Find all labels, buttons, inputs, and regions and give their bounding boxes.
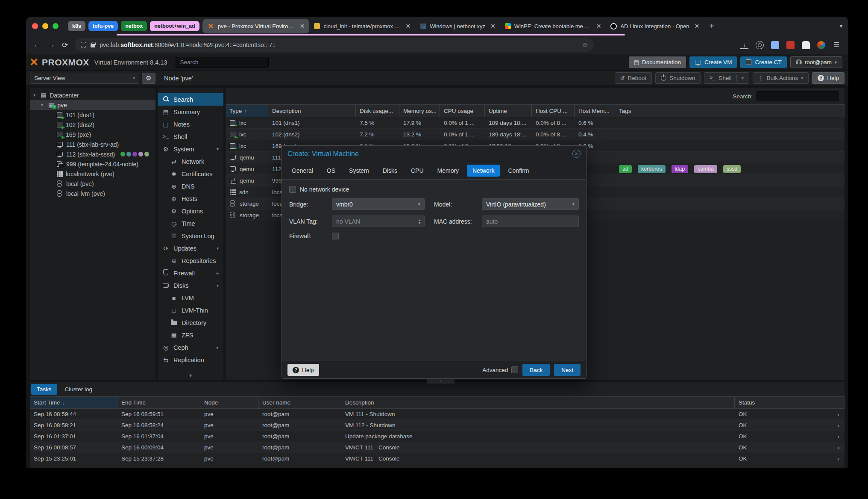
tree-settings-button[interactable]	[142, 73, 155, 84]
column-header-uptime[interactable]: Uptime	[485, 105, 532, 117]
tab-group-tofu-pve[interactable]: tofu-pve	[88, 21, 118, 31]
menu-item-updates[interactable]: Updates	[158, 242, 223, 254]
column-header-host-cpu[interactable]: Host CPU ...	[532, 105, 575, 117]
back-button[interactable]: Back	[522, 364, 550, 376]
create-vm-button[interactable]: Create VM	[689, 56, 737, 68]
column-header-type[interactable]: Type	[226, 105, 268, 117]
tab-group-netbox[interactable]: netbox	[121, 21, 147, 31]
column-header-cpu-usage[interactable]: CPU usage	[440, 105, 485, 117]
shutdown-button[interactable]: Shutdown	[655, 72, 701, 84]
column-header-end-time[interactable]: End Time	[117, 397, 200, 408]
close-icon[interactable]	[572, 150, 581, 158]
menu-item-dns[interactable]: DNS	[158, 180, 223, 192]
create-ct-button[interactable]: Create CT	[740, 56, 786, 68]
minimize-window-button[interactable]	[42, 23, 48, 29]
model-select[interactable]: VirtIO (paravirtualized)	[482, 198, 579, 210]
dialog-help-button[interactable]: ?Help	[287, 364, 319, 376]
tree-item-storage-local[interactable]: local (pve)	[30, 179, 155, 189]
dialog-titlebar[interactable]: Create: Virtual Machine	[282, 146, 586, 162]
close-window-button[interactable]	[32, 23, 38, 29]
user-menu-button[interactable]: root@pam	[790, 56, 842, 68]
menu-item-firewall[interactable]: Firewall	[158, 267, 223, 279]
next-button[interactable]: Next	[554, 364, 581, 376]
task-row[interactable]: Sep 16 00:08:57Sep 16 00:09:04pveroot@pa…	[30, 442, 845, 453]
tree-item-vm-112[interactable]: 112 (sbx-lab-sssd)	[30, 149, 155, 159]
downloads-icon[interactable]	[740, 41, 748, 49]
lock-warning-icon[interactable]	[91, 44, 95, 47]
task-row[interactable]: Sep 16 01:37:01Sep 16 01:37:04pveroot@pa…	[30, 431, 845, 442]
tab-network[interactable]: Network	[467, 165, 500, 177]
tab-memory[interactable]: Memory	[432, 165, 465, 177]
tab-cpu[interactable]: CPU	[405, 165, 429, 177]
expand-arrow-icon[interactable]	[217, 271, 219, 275]
column-header-description[interactable]: Description	[268, 105, 356, 117]
advanced-checkbox[interactable]	[511, 366, 518, 373]
column-header-memory-usage[interactable]: Memory us...	[399, 105, 440, 117]
row-chevron-icon[interactable]	[837, 410, 845, 418]
menu-item-hosts[interactable]: Hosts	[158, 192, 223, 205]
browser-menu-icon[interactable]	[833, 41, 841, 49]
tab-ad-linux-integration[interactable]: AD Linux Integration · Open	[606, 19, 704, 33]
menu-item-directory[interactable]: Directory	[158, 316, 223, 329]
tab-general[interactable]: General	[286, 165, 319, 177]
tree-item-ct-169[interactable]: 169 (pxe)	[30, 130, 155, 139]
tab-cloud-init[interactable]: cloud_init - telmate/proxmox - C	[309, 19, 415, 33]
tab-tasks[interactable]: Tasks	[31, 384, 57, 395]
tree-item-vm-111[interactable]: 111 (sbx-lab-srv-ad)	[30, 139, 155, 149]
menu-item-ceph[interactable]: Ceph	[158, 341, 223, 354]
menu-item-notes[interactable]: Notes	[158, 118, 223, 130]
bookmark-star-icon[interactable]	[582, 41, 588, 49]
column-header-start-time[interactable]: Start Time	[30, 397, 117, 408]
reload-button[interactable]	[62, 41, 68, 50]
table-row[interactable]: lxc 101 (dns1)7.5 %17.9 %0.0% of 1 ...18…	[226, 117, 845, 129]
menu-scroll-chevron-icon[interactable]	[158, 372, 223, 378]
tree-item-datacenter[interactable]: Datacenter	[30, 90, 155, 100]
column-header-disk-usage[interactable]: Disk usage...	[356, 105, 399, 117]
new-tab-button[interactable]	[709, 21, 714, 31]
vlan-tag-input[interactable]: no VLAN	[332, 216, 425, 227]
table-row[interactable]: lxc 102 (dns2)7.2 %13.2 %0.0% of 1 ...18…	[226, 129, 845, 140]
column-header-status[interactable]: Status	[735, 397, 845, 408]
grid-search-input[interactable]	[757, 91, 839, 101]
tab-list-chevron-icon[interactable]	[840, 23, 842, 29]
bridge-select[interactable]: vmbr0	[332, 198, 425, 210]
menu-item-shell[interactable]: Shell	[158, 130, 223, 143]
column-header-user-name[interactable]: User name	[258, 397, 341, 408]
row-chevron-icon[interactable]	[837, 444, 845, 451]
tab-group-k8s[interactable]: k8s	[68, 21, 85, 31]
server-view-select[interactable]: Server View	[30, 73, 139, 84]
menu-item-options[interactable]: Options	[158, 205, 223, 217]
column-header-tags[interactable]: Tags	[615, 105, 845, 117]
help-button[interactable]: ?Help	[812, 72, 845, 84]
close-tab-icon[interactable]	[596, 23, 601, 30]
profile-avatar-icon[interactable]	[817, 41, 825, 49]
menu-item-system-log[interactable]: System Log	[158, 230, 223, 242]
tab-system[interactable]: System	[343, 165, 375, 177]
menu-item-repositories[interactable]: Repositories	[158, 254, 223, 267]
row-chevron-icon[interactable]	[837, 455, 845, 462]
tab-confirm[interactable]: Confirm	[502, 165, 534, 177]
menu-item-replication[interactable]: Replication	[158, 354, 223, 366]
menu-item-disks[interactable]: Disks	[158, 279, 223, 292]
shell-button[interactable]: Shell	[704, 72, 749, 84]
task-row[interactable]: Sep 15 23:25:01Sep 15 23:37:28pveroot@pa…	[30, 453, 845, 464]
back-button[interactable]	[34, 41, 41, 49]
close-tab-icon[interactable]	[300, 23, 305, 30]
task-row[interactable]: Sep 16 08:58:21Sep 16 08:58:24pveroot@pa…	[30, 420, 845, 431]
tab-winpe[interactable]: WinPE: Create bootable media |	[500, 19, 606, 33]
menu-item-summary[interactable]: Summary	[158, 106, 223, 118]
collapse-arrow-icon[interactable]	[217, 147, 219, 151]
tab-proxmox[interactable]: pve - Proxmox Virtual Environme	[202, 19, 310, 33]
column-header-node[interactable]: Node	[200, 397, 258, 408]
task-row[interactable]: Sep 16 08:59:44Sep 16 08:59:51pveroot@pa…	[30, 409, 845, 420]
tab-netboot-windows[interactable]: Windows | netboot.xyz	[415, 19, 500, 33]
menu-item-network[interactable]: Network	[158, 155, 223, 168]
reboot-button[interactable]: Reboot	[615, 72, 652, 84]
menu-item-zfs[interactable]: ZFS	[158, 329, 223, 341]
row-chevron-icon[interactable]	[837, 422, 845, 429]
tree-item-pve[interactable]: pve	[30, 100, 155, 110]
menu-item-certificates[interactable]: Certificates	[158, 168, 223, 180]
address-bar[interactable]: pve.lab.softbox.net:8006/#v1:0:=node%2Fp…	[75, 38, 594, 52]
tree-item-ct-101[interactable]: 101 (dns1)	[30, 110, 155, 120]
firewall-checkbox[interactable]	[332, 233, 339, 239]
